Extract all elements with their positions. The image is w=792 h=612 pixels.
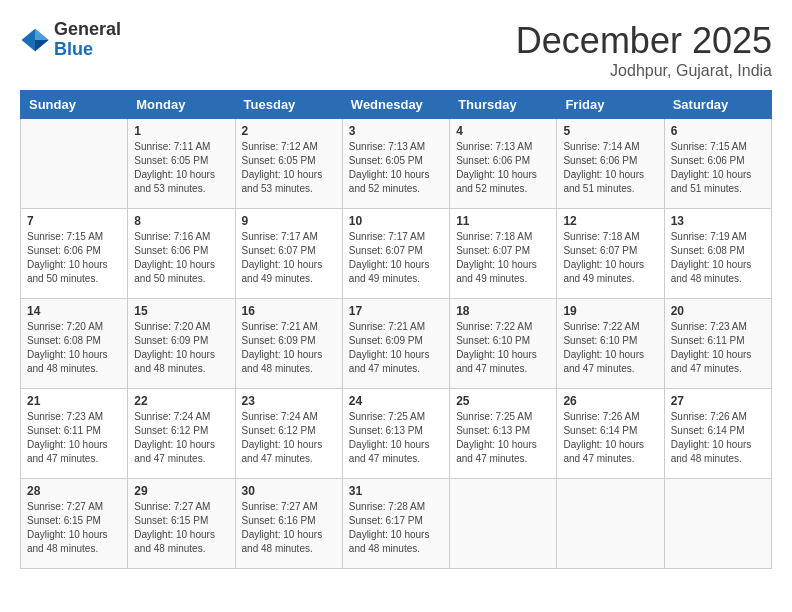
cell-content: Sunrise: 7:21 AM Sunset: 6:09 PM Dayligh… <box>349 320 443 376</box>
calendar-cell: 11Sunrise: 7:18 AM Sunset: 6:07 PM Dayli… <box>450 209 557 299</box>
day-number: 15 <box>134 304 228 318</box>
cell-content: Sunrise: 7:20 AM Sunset: 6:08 PM Dayligh… <box>27 320 121 376</box>
calendar-week-row: 14Sunrise: 7:20 AM Sunset: 6:08 PM Dayli… <box>21 299 772 389</box>
day-number: 1 <box>134 124 228 138</box>
day-number: 25 <box>456 394 550 408</box>
cell-content: Sunrise: 7:14 AM Sunset: 6:06 PM Dayligh… <box>563 140 657 196</box>
weekday-header: Tuesday <box>235 91 342 119</box>
cell-content: Sunrise: 7:18 AM Sunset: 6:07 PM Dayligh… <box>563 230 657 286</box>
day-number: 27 <box>671 394 765 408</box>
calendar-cell: 26Sunrise: 7:26 AM Sunset: 6:14 PM Dayli… <box>557 389 664 479</box>
day-number: 28 <box>27 484 121 498</box>
cell-content: Sunrise: 7:11 AM Sunset: 6:05 PM Dayligh… <box>134 140 228 196</box>
logo-general: General <box>54 20 121 40</box>
calendar-cell: 21Sunrise: 7:23 AM Sunset: 6:11 PM Dayli… <box>21 389 128 479</box>
weekday-header: Thursday <box>450 91 557 119</box>
calendar-cell: 6Sunrise: 7:15 AM Sunset: 6:06 PM Daylig… <box>664 119 771 209</box>
calendar-table: SundayMondayTuesdayWednesdayThursdayFrid… <box>20 90 772 569</box>
calendar-week-row: 7Sunrise: 7:15 AM Sunset: 6:06 PM Daylig… <box>21 209 772 299</box>
day-number: 11 <box>456 214 550 228</box>
weekday-header: Sunday <box>21 91 128 119</box>
cell-content: Sunrise: 7:17 AM Sunset: 6:07 PM Dayligh… <box>349 230 443 286</box>
day-number: 5 <box>563 124 657 138</box>
cell-content: Sunrise: 7:21 AM Sunset: 6:09 PM Dayligh… <box>242 320 336 376</box>
cell-content: Sunrise: 7:28 AM Sunset: 6:17 PM Dayligh… <box>349 500 443 556</box>
calendar-cell: 8Sunrise: 7:16 AM Sunset: 6:06 PM Daylig… <box>128 209 235 299</box>
cell-content: Sunrise: 7:13 AM Sunset: 6:06 PM Dayligh… <box>456 140 550 196</box>
title-block: December 2025 Jodhpur, Gujarat, India <box>516 20 772 80</box>
calendar-cell: 17Sunrise: 7:21 AM Sunset: 6:09 PM Dayli… <box>342 299 449 389</box>
cell-content: Sunrise: 7:27 AM Sunset: 6:15 PM Dayligh… <box>134 500 228 556</box>
cell-content: Sunrise: 7:15 AM Sunset: 6:06 PM Dayligh… <box>671 140 765 196</box>
cell-content: Sunrise: 7:18 AM Sunset: 6:07 PM Dayligh… <box>456 230 550 286</box>
location: Jodhpur, Gujarat, India <box>516 62 772 80</box>
cell-content: Sunrise: 7:19 AM Sunset: 6:08 PM Dayligh… <box>671 230 765 286</box>
weekday-header: Saturday <box>664 91 771 119</box>
month-year: December 2025 <box>516 20 772 62</box>
svg-marker-1 <box>35 29 49 40</box>
cell-content: Sunrise: 7:25 AM Sunset: 6:13 PM Dayligh… <box>456 410 550 466</box>
calendar-week-row: 28Sunrise: 7:27 AM Sunset: 6:15 PM Dayli… <box>21 479 772 569</box>
cell-content: Sunrise: 7:26 AM Sunset: 6:14 PM Dayligh… <box>563 410 657 466</box>
day-number: 20 <box>671 304 765 318</box>
day-number: 12 <box>563 214 657 228</box>
calendar-cell: 28Sunrise: 7:27 AM Sunset: 6:15 PM Dayli… <box>21 479 128 569</box>
page-header: General Blue December 2025 Jodhpur, Guja… <box>20 20 772 80</box>
day-number: 29 <box>134 484 228 498</box>
calendar-cell <box>450 479 557 569</box>
day-number: 17 <box>349 304 443 318</box>
day-number: 10 <box>349 214 443 228</box>
calendar-cell: 27Sunrise: 7:26 AM Sunset: 6:14 PM Dayli… <box>664 389 771 479</box>
calendar-cell <box>557 479 664 569</box>
calendar-cell: 5Sunrise: 7:14 AM Sunset: 6:06 PM Daylig… <box>557 119 664 209</box>
cell-content: Sunrise: 7:15 AM Sunset: 6:06 PM Dayligh… <box>27 230 121 286</box>
calendar-cell: 24Sunrise: 7:25 AM Sunset: 6:13 PM Dayli… <box>342 389 449 479</box>
day-number: 24 <box>349 394 443 408</box>
day-number: 13 <box>671 214 765 228</box>
calendar-cell: 3Sunrise: 7:13 AM Sunset: 6:05 PM Daylig… <box>342 119 449 209</box>
calendar-cell: 7Sunrise: 7:15 AM Sunset: 6:06 PM Daylig… <box>21 209 128 299</box>
calendar-cell: 31Sunrise: 7:28 AM Sunset: 6:17 PM Dayli… <box>342 479 449 569</box>
cell-content: Sunrise: 7:20 AM Sunset: 6:09 PM Dayligh… <box>134 320 228 376</box>
day-number: 19 <box>563 304 657 318</box>
cell-content: Sunrise: 7:12 AM Sunset: 6:05 PM Dayligh… <box>242 140 336 196</box>
calendar-cell: 2Sunrise: 7:12 AM Sunset: 6:05 PM Daylig… <box>235 119 342 209</box>
weekday-header: Wednesday <box>342 91 449 119</box>
day-number: 14 <box>27 304 121 318</box>
day-number: 31 <box>349 484 443 498</box>
calendar-cell: 22Sunrise: 7:24 AM Sunset: 6:12 PM Dayli… <box>128 389 235 479</box>
calendar-cell: 15Sunrise: 7:20 AM Sunset: 6:09 PM Dayli… <box>128 299 235 389</box>
calendar-cell: 16Sunrise: 7:21 AM Sunset: 6:09 PM Dayli… <box>235 299 342 389</box>
day-number: 2 <box>242 124 336 138</box>
weekday-header: Friday <box>557 91 664 119</box>
calendar-cell: 25Sunrise: 7:25 AM Sunset: 6:13 PM Dayli… <box>450 389 557 479</box>
cell-content: Sunrise: 7:22 AM Sunset: 6:10 PM Dayligh… <box>456 320 550 376</box>
weekday-header-row: SundayMondayTuesdayWednesdayThursdayFrid… <box>21 91 772 119</box>
day-number: 16 <box>242 304 336 318</box>
day-number: 26 <box>563 394 657 408</box>
logo-icon <box>20 25 50 55</box>
calendar-cell: 1Sunrise: 7:11 AM Sunset: 6:05 PM Daylig… <box>128 119 235 209</box>
calendar-week-row: 21Sunrise: 7:23 AM Sunset: 6:11 PM Dayli… <box>21 389 772 479</box>
cell-content: Sunrise: 7:24 AM Sunset: 6:12 PM Dayligh… <box>134 410 228 466</box>
logo: General Blue <box>20 20 121 60</box>
calendar-cell: 13Sunrise: 7:19 AM Sunset: 6:08 PM Dayli… <box>664 209 771 299</box>
day-number: 23 <box>242 394 336 408</box>
day-number: 30 <box>242 484 336 498</box>
cell-content: Sunrise: 7:25 AM Sunset: 6:13 PM Dayligh… <box>349 410 443 466</box>
cell-content: Sunrise: 7:13 AM Sunset: 6:05 PM Dayligh… <box>349 140 443 196</box>
day-number: 4 <box>456 124 550 138</box>
day-number: 18 <box>456 304 550 318</box>
calendar-cell: 18Sunrise: 7:22 AM Sunset: 6:10 PM Dayli… <box>450 299 557 389</box>
cell-content: Sunrise: 7:26 AM Sunset: 6:14 PM Dayligh… <box>671 410 765 466</box>
cell-content: Sunrise: 7:23 AM Sunset: 6:11 PM Dayligh… <box>27 410 121 466</box>
calendar-cell: 12Sunrise: 7:18 AM Sunset: 6:07 PM Dayli… <box>557 209 664 299</box>
calendar-cell: 10Sunrise: 7:17 AM Sunset: 6:07 PM Dayli… <box>342 209 449 299</box>
calendar-cell: 14Sunrise: 7:20 AM Sunset: 6:08 PM Dayli… <box>21 299 128 389</box>
calendar-cell: 4Sunrise: 7:13 AM Sunset: 6:06 PM Daylig… <box>450 119 557 209</box>
weekday-header: Monday <box>128 91 235 119</box>
calendar-cell: 20Sunrise: 7:23 AM Sunset: 6:11 PM Dayli… <box>664 299 771 389</box>
day-number: 7 <box>27 214 121 228</box>
cell-content: Sunrise: 7:23 AM Sunset: 6:11 PM Dayligh… <box>671 320 765 376</box>
day-number: 3 <box>349 124 443 138</box>
